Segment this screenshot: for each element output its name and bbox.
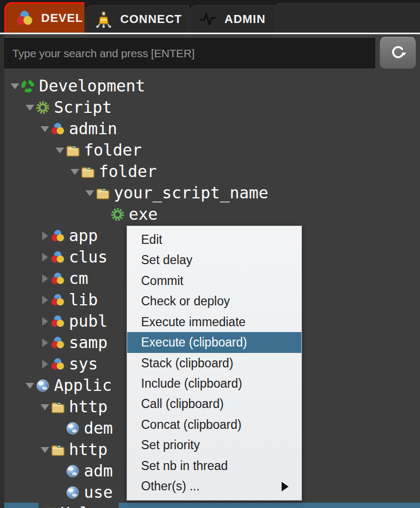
menu-item-label: Check or deploy <box>141 294 230 309</box>
tree-item-label: cm <box>69 268 88 289</box>
expander-down-icon[interactable] <box>84 190 95 196</box>
menu-item-label: Execute immediate <box>141 315 246 329</box>
expander-right-icon[interactable] <box>40 274 50 283</box>
tree-item-label: your_script_name <box>114 182 268 204</box>
refresh-button[interactable] <box>379 37 416 69</box>
menu-item-include-clipboard[interactable]: Include (clipboard) <box>127 373 301 394</box>
tree-item-label: publ <box>69 311 107 332</box>
tree-item-label: samp <box>69 332 107 353</box>
tab-devel-label: DEVEL <box>41 11 83 25</box>
three-circles-icon <box>50 121 65 136</box>
three-circles-icon <box>50 228 65 243</box>
expander-down-icon[interactable] <box>25 105 35 111</box>
globe-icon <box>65 421 80 436</box>
tree-item-label: folder <box>84 140 142 161</box>
three-circles-icon <box>50 250 65 265</box>
tree-item-development[interactable]: Development <box>4 75 420 97</box>
menu-item-label: Call (clipboard) <box>141 397 224 411</box>
tree-item-label: exe <box>129 204 158 225</box>
tree-item-label: lib <box>69 289 98 311</box>
gear-green-icon <box>110 207 125 222</box>
pulse-icon <box>199 10 217 28</box>
menu-item-label: Execute (clipboard) <box>141 335 247 350</box>
menu-item-check-or-deploy[interactable]: Check or deploy <box>127 291 301 311</box>
refresh-icon <box>390 44 407 63</box>
application-window: DEVEL CONNECT ADMIN Development Script <box>0 0 420 508</box>
expander-right-icon[interactable] <box>40 360 50 368</box>
three-circles-icon <box>50 271 65 286</box>
menu-item-label: Concat (clipboard) <box>141 418 242 432</box>
menu-item-edit[interactable]: Edit <box>127 229 301 250</box>
expander-down-icon[interactable] <box>55 148 65 153</box>
tree-item-label: clus <box>69 247 107 268</box>
tree-item-selected-bottom[interactable]: Hel <box>4 503 420 508</box>
expander-down-icon[interactable] <box>40 126 50 132</box>
three-circles-icon <box>50 335 65 350</box>
globe-icon <box>65 485 80 500</box>
expander-down-icon[interactable] <box>10 83 20 89</box>
expander-right-icon[interactable] <box>40 232 50 240</box>
tree-item-label: dem <box>84 418 113 439</box>
gear-olive-icon <box>35 100 50 115</box>
menu-item-execute-immediate[interactable]: Execute immediate <box>127 312 301 332</box>
folder-icon <box>50 442 65 457</box>
menu-item-label: Set priority <box>141 438 200 452</box>
menu-item-set-nb-in-thread[interactable]: Set nb in thread <box>127 456 301 476</box>
tab-admin[interactable]: ADMIN <box>190 5 276 33</box>
tree-item-folder[interactable]: folder <box>4 140 420 161</box>
tree-item-exe[interactable]: exe <box>4 204 420 225</box>
expander-down-icon[interactable] <box>40 447 50 453</box>
tree-item-label: use <box>84 482 113 503</box>
menu-item-call-clipboard[interactable]: Call (clipboard) <box>127 394 301 414</box>
three-circles-icon <box>15 9 34 27</box>
expander-right-icon[interactable] <box>40 317 50 326</box>
menu-item-label: Other(s) ... <box>141 479 200 494</box>
menu-item-label: Commit <box>141 274 183 288</box>
menu-item-label: Include (clipboard) <box>141 376 242 391</box>
panel-left-edge <box>0 34 4 508</box>
expander-right-icon[interactable] <box>40 296 50 304</box>
globe-icon <box>35 378 50 393</box>
tab-connect[interactable]: CONNECT <box>85 5 189 33</box>
three-circles-icon <box>50 293 65 307</box>
menu-item-other-s[interactable]: Other(s) ... <box>127 476 301 497</box>
tab-bar-filler <box>277 3 420 33</box>
menu-item-commit[interactable]: Commit <box>127 271 301 291</box>
tree-item-label: app <box>69 225 98 247</box>
tree-item-label: sys <box>69 353 98 375</box>
tree-item-label: admin <box>69 118 117 140</box>
menu-item-set-priority[interactable]: Set priority <box>127 435 301 456</box>
expander-right-icon[interactable] <box>40 253 50 261</box>
tab-separator-line <box>0 33 420 34</box>
tree-item-label: adm <box>84 460 113 482</box>
tab-devel[interactable]: DEVEL <box>4 2 84 33</box>
tree-item-admin[interactable]: admin <box>4 118 420 140</box>
tree-item-folder[interactable]: folder <box>4 161 420 182</box>
folder-icon <box>95 186 110 201</box>
three-circles-icon <box>50 314 65 329</box>
expander-right-icon[interactable] <box>40 338 50 347</box>
bottom-row-label-cell: Hel <box>38 503 119 508</box>
three-circles-icon <box>50 357 65 372</box>
menu-item-label: Set delay <box>141 253 192 267</box>
expander-down-icon[interactable] <box>69 169 80 175</box>
tab-bar: DEVEL CONNECT ADMIN <box>0 0 420 33</box>
network-hub-icon <box>95 10 113 28</box>
search-input[interactable] <box>4 38 375 68</box>
menu-item-stack-clipboard[interactable]: Stack (clipboard) <box>127 353 301 373</box>
folder-icon <box>65 143 80 158</box>
tab-admin-label: ADMIN <box>224 12 266 26</box>
tree-item-your-script-name[interactable]: your_script_name <box>4 182 420 204</box>
menu-item-concat-clipboard[interactable]: Concat (clipboard) <box>127 414 301 435</box>
expander-down-icon[interactable] <box>40 404 50 410</box>
folder-icon <box>50 399 65 414</box>
menu-item-label: Set nb in thread <box>141 459 228 473</box>
tree-item-label: Development <box>39 75 145 97</box>
menu-item-set-delay[interactable]: Set delay <box>127 250 301 270</box>
tree-item-label: folder <box>99 161 157 182</box>
bottom-row-label: Hel <box>60 503 89 508</box>
menu-item-execute-clipboard[interactable]: Execute (clipboard) <box>127 332 301 352</box>
recycle-icon <box>20 79 35 94</box>
expander-down-icon[interactable] <box>25 383 35 389</box>
tree-item-script[interactable]: Script <box>4 97 420 118</box>
